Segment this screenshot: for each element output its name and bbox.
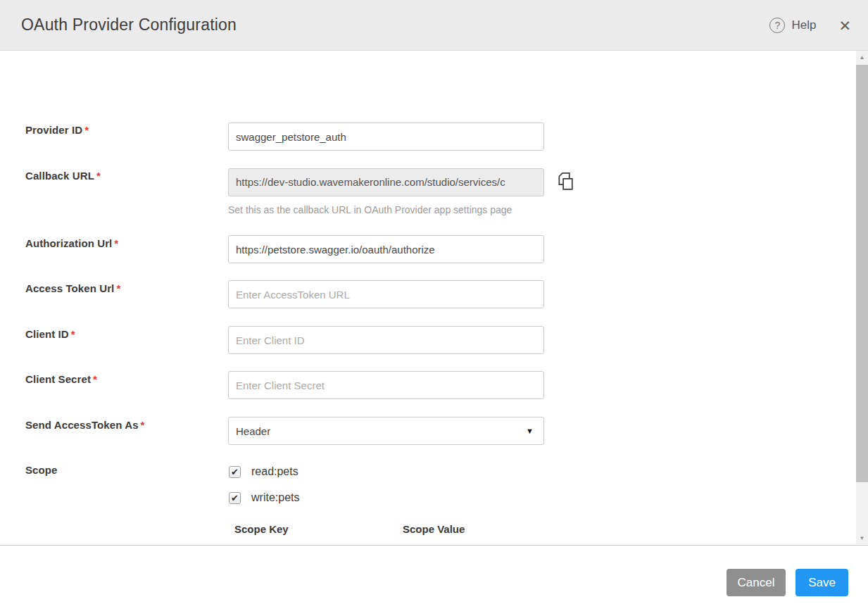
required-asterisk: * — [84, 124, 89, 136]
select-selected-value: Header — [236, 425, 526, 437]
help-button[interactable]: ? Help — [769, 18, 816, 33]
scope-option-write-pets: ✔ write:pets — [229, 491, 299, 504]
dialog-footer: Cancel Save — [0, 546, 868, 616]
checkbox-checked-icon: ✔ — [231, 467, 239, 477]
help-label: Help — [791, 18, 816, 32]
provider-id-input[interactable] — [228, 122, 544, 151]
required-asterisk: * — [96, 170, 101, 182]
required-asterisk: * — [93, 373, 97, 385]
scope-option-read-pets: ✔ read:pets — [229, 465, 298, 478]
client-secret-label: Client Secret* — [25, 373, 222, 385]
callback-url-label: Callback URL* — [25, 170, 222, 182]
checkbox-label: write:pets — [251, 491, 299, 504]
checkbox-checked-icon: ✔ — [231, 493, 239, 503]
page-title: OAuth Provider Configuration — [21, 15, 237, 34]
required-asterisk: * — [71, 328, 75, 340]
chevron-down-icon: ▼ — [526, 427, 534, 435]
required-asterisk: * — [141, 419, 145, 431]
dialog-header: OAuth Provider Configuration ? Help ✕ — [0, 0, 868, 51]
authorization-url-label: Authorization Url* — [25, 237, 222, 249]
authorization-url-input[interactable] — [228, 235, 544, 263]
client-id-input[interactable] — [228, 326, 544, 354]
scrollbar-thumb[interactable] — [856, 65, 868, 482]
scroll-down-icon[interactable]: ▼ — [856, 532, 868, 544]
access-token-url-input[interactable] — [228, 280, 544, 308]
checkbox-label: read:pets — [251, 465, 298, 478]
cancel-button[interactable]: Cancel — [727, 569, 786, 596]
scope-value-header: Scope Value — [403, 523, 465, 535]
close-icon[interactable]: ✕ — [838, 18, 851, 33]
scope-label: Scope — [25, 464, 222, 476]
scope-key-header: Scope Key — [234, 523, 289, 535]
required-asterisk: * — [116, 282, 120, 294]
client-secret-input[interactable] — [228, 371, 544, 399]
help-icon: ? — [769, 18, 785, 33]
vertical-scrollbar[interactable]: ▲ ▼ — [856, 51, 868, 544]
form-content: Provider ID* Callback URL* https://dev-s… — [0, 51, 868, 546]
save-button[interactable]: Save — [795, 569, 848, 596]
callback-url-input: https://dev-studio.wavemakeronline.com/s… — [228, 168, 544, 196]
checkbox-read-pets[interactable]: ✔ — [229, 466, 241, 478]
send-accesstoken-as-label: Send AccessToken As* — [25, 419, 222, 431]
required-asterisk: * — [114, 237, 118, 249]
checkbox-write-pets[interactable]: ✔ — [229, 492, 241, 504]
copy-button[interactable] — [555, 171, 576, 194]
copy-icon — [555, 171, 575, 192]
callback-help-text: Set this as the callback URL in OAuth Pr… — [228, 204, 512, 215]
client-id-label: Client ID* — [25, 328, 222, 340]
access-token-url-label: Access Token Url* — [25, 282, 222, 294]
scroll-up-icon[interactable]: ▲ — [856, 51, 868, 63]
send-accesstoken-as-select[interactable]: Header ▼ — [228, 417, 544, 445]
oauth-provider-config-dialog: OAuth Provider Configuration ? Help ✕ Pr… — [0, 0, 868, 616]
provider-id-label: Provider ID* — [25, 124, 222, 136]
